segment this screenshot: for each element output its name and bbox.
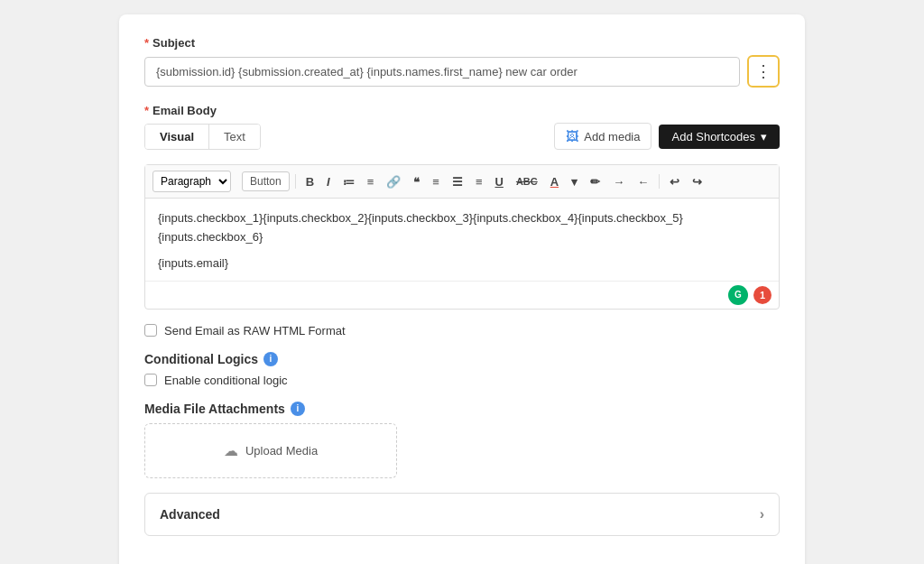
add-media-label: Add media: [584, 130, 640, 143]
editor-actions: 🖼 Add media Add Shortcodes ▾: [554, 123, 780, 150]
media-icon: 🖼: [566, 129, 578, 143]
conditional-logics-info-icon[interactable]: i: [263, 352, 278, 366]
content-line-3: {inputs.email}: [158, 256, 228, 270]
chevron-down-icon: ▾: [761, 130, 767, 143]
enable-conditional-label: Enable conditional logic: [164, 374, 288, 387]
content-line-1: {inputs.checkbox_1}{inputs.checkbox_2}{i…: [158, 211, 683, 225]
email-body-label-text: Email Body: [152, 104, 217, 117]
advanced-row[interactable]: Advanced ›: [144, 493, 780, 536]
content-line-2: {inputs.checkbox_6}: [158, 230, 263, 244]
underline-btn[interactable]: U: [491, 172, 508, 191]
main-card: * Subject ⋮ * Email Body Visual Text: [119, 14, 805, 564]
raw-html-checkbox[interactable]: [144, 324, 157, 337]
unordered-list-btn[interactable]: ≡: [363, 172, 379, 191]
grammarly-icon: G: [728, 285, 748, 305]
add-shortcodes-label: Add Shortcodes: [671, 130, 755, 143]
editor-content[interactable]: {inputs.checkbox_1}{inputs.checkbox_2}{i…: [145, 199, 779, 281]
add-media-button[interactable]: 🖼 Add media: [554, 123, 651, 150]
align-right-btn[interactable]: ≡: [471, 172, 487, 191]
upload-media-box[interactable]: ☁ Upload Media: [144, 423, 397, 478]
font-color-picker-btn[interactable]: ▾: [567, 172, 582, 191]
indent-btn[interactable]: →: [608, 172, 629, 191]
upload-cloud-icon: ☁: [224, 442, 238, 459]
pencil-btn[interactable]: ✏: [586, 172, 605, 191]
italic-btn[interactable]: I: [322, 172, 335, 191]
notification-badge: 1: [753, 286, 772, 304]
media-attachments-info-icon[interactable]: i: [291, 402, 305, 416]
media-attachments-section: Media File Attachments i ☁ Upload Media: [144, 402, 780, 478]
editor-footer: G 1: [145, 281, 779, 309]
add-shortcodes-button[interactable]: Add Shortcodes ▾: [659, 125, 780, 149]
raw-html-label: Send Email as RAW HTML Format: [164, 324, 346, 337]
undo-btn[interactable]: ↩: [665, 172, 684, 191]
align-center-btn[interactable]: ☰: [448, 172, 467, 191]
raw-html-row: Send Email as RAW HTML Format: [144, 324, 780, 337]
bold-btn[interactable]: B: [301, 172, 319, 191]
tab-text[interactable]: Text: [209, 125, 260, 149]
paragraph-select[interactable]: Paragraph: [152, 171, 231, 192]
conditional-logics-label: Conditional Logics i: [144, 352, 780, 366]
blockquote-btn[interactable]: ❝: [409, 172, 424, 191]
editor-wrapper: Paragraph Button B I ≔ ≡ 🔗 ❝ ≡ ☰ ≡ U ABC: [144, 164, 780, 310]
align-left-btn[interactable]: ≡: [428, 172, 444, 191]
enable-conditional-row: Enable conditional logic: [144, 374, 780, 387]
subject-input[interactable]: [144, 57, 740, 87]
advanced-label: Advanced: [160, 507, 220, 522]
conditional-logics-section: Conditional Logics i Enable conditional …: [144, 352, 780, 387]
enable-conditional-checkbox[interactable]: [144, 374, 157, 386]
redo-btn[interactable]: ↪: [688, 172, 707, 191]
tab-visual[interactable]: Visual: [145, 125, 209, 149]
outdent-btn[interactable]: ←: [633, 172, 653, 191]
media-attachments-text: Media File Attachments: [144, 402, 285, 416]
toolbar-sep-1: [295, 174, 296, 189]
editor-tabs: Visual Text: [144, 124, 261, 150]
button-style-btn[interactable]: Button: [242, 171, 290, 191]
required-star-email: *: [144, 104, 149, 117]
required-star: *: [144, 36, 149, 50]
email-body-section: * Email Body Visual Text 🖼 Add media: [144, 104, 780, 310]
ordered-list-btn[interactable]: ≔: [338, 172, 359, 191]
link-btn[interactable]: 🔗: [382, 172, 405, 191]
strikethrough-btn[interactable]: ABC: [512, 173, 542, 190]
conditional-logics-text: Conditional Logics: [144, 352, 258, 366]
subject-label-text: Subject: [152, 36, 195, 50]
editor-line-3: {inputs.email}: [158, 256, 766, 270]
font-color-btn[interactable]: A: [546, 172, 563, 191]
email-body-label: * Email Body: [144, 104, 780, 117]
subject-row: ⋮: [144, 55, 780, 88]
editor-header-row: Visual Text 🖼 Add media Add Shortcodes ▾: [144, 123, 780, 157]
chevron-right-icon: ›: [760, 506, 764, 522]
editor-toolbar: Paragraph Button B I ≔ ≡ 🔗 ❝ ≡ ☰ ≡ U ABC: [145, 165, 779, 199]
subject-dots-button[interactable]: ⋮: [747, 55, 780, 88]
editor-line-1: {inputs.checkbox_1}{inputs.checkbox_2}{i…: [158, 209, 766, 247]
toolbar-sep-2: [659, 174, 660, 189]
media-attachments-label: Media File Attachments i: [144, 402, 780, 416]
subject-label: * Subject: [144, 36, 780, 50]
upload-media-label: Upload Media: [245, 444, 318, 458]
